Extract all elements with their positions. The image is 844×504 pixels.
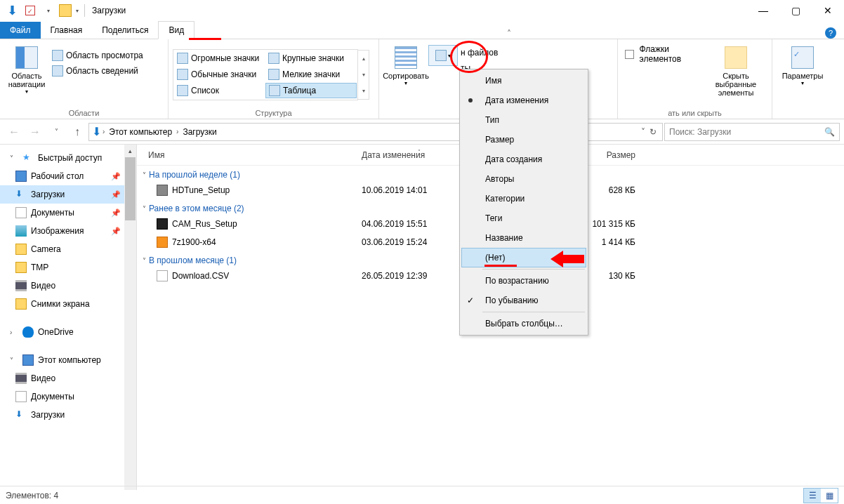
chevron-right-icon[interactable]: › xyxy=(103,128,105,135)
dropdown-item-descending[interactable]: ✓По убыванию xyxy=(461,291,586,310)
group-by-dropdown: Имя Дата изменения Тип Размер Дата созда… xyxy=(459,69,588,336)
item-checkboxes-toggle[interactable]: Флажки элементов xyxy=(622,46,713,62)
up-button[interactable]: ↑ xyxy=(67,122,87,142)
dropdown-item-name[interactable]: Имя xyxy=(461,71,586,91)
tab-share[interactable]: Поделиться xyxy=(92,22,158,39)
details-pane-button[interactable]: Область сведений xyxy=(49,63,146,79)
group-by-button[interactable]: ▾ xyxy=(428,45,458,66)
dropdown-item-tags[interactable]: Теги xyxy=(461,208,586,228)
sidebar-item-pc-video[interactable]: Видео xyxy=(0,369,136,387)
nav-pane-button[interactable]: Область навигации ▾ xyxy=(4,42,49,107)
chevron-down-icon: ˅ xyxy=(10,154,18,162)
dropdown-item-date-created[interactable]: Дата создания xyxy=(461,150,586,169)
chevron-down-icon: ▾ xyxy=(25,88,28,95)
cloud-icon xyxy=(22,326,34,338)
dropdown-item-choose-columns[interactable]: Выбрать столбцы… xyxy=(461,314,586,333)
sidebar-item-downloads[interactable]: ⬇Загрузки📌 xyxy=(0,185,136,204)
hide-label: Скрыть выбранные элементы xyxy=(715,72,757,97)
dropdown-item-none[interactable]: (Нет) xyxy=(461,248,586,267)
group-label-layout: Структура xyxy=(173,107,374,119)
address-dropdown-icon[interactable]: ˅ xyxy=(641,127,645,137)
main-area: ▴ ˅★Быстрый доступ Рабочий стол📌 ⬇Загруз… xyxy=(0,145,844,490)
column-header-name[interactable]: Имя xyxy=(137,150,362,160)
sidebar-item-camera[interactable]: Camera xyxy=(0,240,136,258)
recent-locations-button[interactable]: ˅ xyxy=(46,122,66,142)
tab-home[interactable]: Главная xyxy=(41,22,93,39)
properties-icon[interactable]: ✓ xyxy=(22,3,38,18)
back-button[interactable]: ← xyxy=(4,122,24,142)
app-icon xyxy=(157,218,168,230)
down-arrow-icon[interactable]: ⬇ xyxy=(4,3,20,18)
view-mode-toggle[interactable]: ☰ ▦ xyxy=(803,488,838,503)
sidebar-item-desktop[interactable]: Рабочий стол📌 xyxy=(0,167,136,185)
nav-pane-label: Область навигации xyxy=(6,72,48,88)
layout-huge[interactable]: Огромные значки xyxy=(174,51,265,66)
search-placeholder: Поиск: Загрузки xyxy=(669,127,731,137)
pin-icon: 📌 xyxy=(111,227,121,236)
tree-quick-access[interactable]: ˅★Быстрый доступ xyxy=(0,149,136,167)
layout-list[interactable]: Список xyxy=(174,83,265,98)
help-icon[interactable]: ? xyxy=(823,27,844,39)
close-button[interactable]: ✕ xyxy=(812,0,844,21)
layout-scroll[interactable]: ▴▾▾ xyxy=(358,50,369,100)
layout-large[interactable]: Крупные значки xyxy=(265,51,357,66)
pin-icon: 📌 xyxy=(111,172,121,181)
forward-button[interactable]: → xyxy=(25,122,45,142)
tree-this-pc[interactable]: ˅Этот компьютер xyxy=(0,351,136,369)
search-input[interactable]: Поиск: Загрузки 🔍 xyxy=(664,123,840,141)
dropdown-item-authors[interactable]: Авторы xyxy=(461,169,586,189)
dropdown-item-type[interactable]: Тип xyxy=(461,110,586,130)
preview-pane-button[interactable]: Область просмотра xyxy=(49,48,146,63)
options-icon: ✓ xyxy=(791,46,814,69)
details-view-icon[interactable]: ☰ xyxy=(804,489,821,503)
refresh-icon[interactable]: ↻ xyxy=(650,127,657,137)
options-button[interactable]: ✓ Параметры ▾ xyxy=(780,42,825,107)
tree-onedrive[interactable]: ›OneDrive xyxy=(0,323,136,341)
separator xyxy=(482,312,585,312)
dropdown-item-ascending[interactable]: По возрастанию xyxy=(461,271,586,291)
sidebar-item-pictures[interactable]: Изображения📌 xyxy=(0,222,136,240)
scroll-up-icon[interactable]: ▴ xyxy=(124,145,136,157)
sidebar-item-screenshots[interactable]: Снимки экрана xyxy=(0,295,136,313)
pc-icon xyxy=(22,354,34,366)
breadcrumb-current[interactable]: Загрузки xyxy=(180,126,219,138)
scrollbar-thumb[interactable] xyxy=(125,157,136,220)
hide-selected-button[interactable]: Скрыть выбранные элементы xyxy=(713,42,758,107)
sort-indicator-icon: ˅ xyxy=(418,149,421,155)
radio-selected-icon xyxy=(468,98,473,102)
ribbon-tabs: Файл Главная Поделиться Вид ˄ ? xyxy=(0,21,844,39)
column-header-date[interactable]: ˅Дата изменения xyxy=(362,150,474,160)
sidebar-item-video[interactable]: Видео xyxy=(0,277,136,295)
add-columns-button[interactable]: н файлов xyxy=(458,45,501,60)
layout-gallery[interactable]: Огромные значки Крупные значки Обычные з… xyxy=(173,49,358,100)
folder-dropdown-icon[interactable]: ▾ xyxy=(74,8,80,14)
ribbon-group-options: ✓ Параметры ▾ xyxy=(772,39,833,119)
dropdown-item-size[interactable]: Размер xyxy=(461,130,586,150)
sidebar-item-documents[interactable]: Документы📌 xyxy=(0,204,136,222)
dropdown-item-title[interactable]: Название xyxy=(461,228,586,248)
collapse-ribbon-icon[interactable]: ˄ xyxy=(501,29,517,39)
breadcrumb-root[interactable]: Этот компьютер xyxy=(106,126,175,138)
sidebar-item-pc-documents[interactable]: Документы xyxy=(0,387,136,406)
minimize-button[interactable]: — xyxy=(747,0,779,21)
maximize-button[interactable]: ▢ xyxy=(779,0,812,21)
dropdown-item-date-modified[interactable]: Дата изменения xyxy=(461,91,586,110)
folder-icon xyxy=(15,298,27,310)
chevron-right-icon[interactable]: › xyxy=(176,128,178,135)
item-count: Элементов: 4 xyxy=(6,491,58,500)
sidebar-item-tmp[interactable]: TMP xyxy=(0,258,136,277)
sort-button[interactable]: Сортировать ▾ xyxy=(383,42,428,107)
pin-icon: 📌 xyxy=(111,190,121,199)
layout-table[interactable]: Таблица xyxy=(265,83,357,98)
qat-dropdown-icon[interactable]: ▾ xyxy=(41,3,56,18)
desktop-icon xyxy=(15,171,27,182)
ribbon-group-showhide: Флажки элементов Скрыть выбранные элемен… xyxy=(618,39,772,119)
tab-file[interactable]: Файл xyxy=(0,22,41,39)
sidebar-item-pc-downloads[interactable]: ⬇Загрузки xyxy=(0,406,136,424)
tab-view[interactable]: Вид xyxy=(158,21,194,39)
dropdown-item-categories[interactable]: Категории xyxy=(461,189,586,208)
ribbon: Область навигации ▾ Область просмотра Об… xyxy=(0,39,844,119)
layout-normal[interactable]: Обычные значки xyxy=(174,67,265,82)
icons-view-icon[interactable]: ▦ xyxy=(821,489,838,503)
layout-small[interactable]: Мелкие значки xyxy=(265,67,357,82)
